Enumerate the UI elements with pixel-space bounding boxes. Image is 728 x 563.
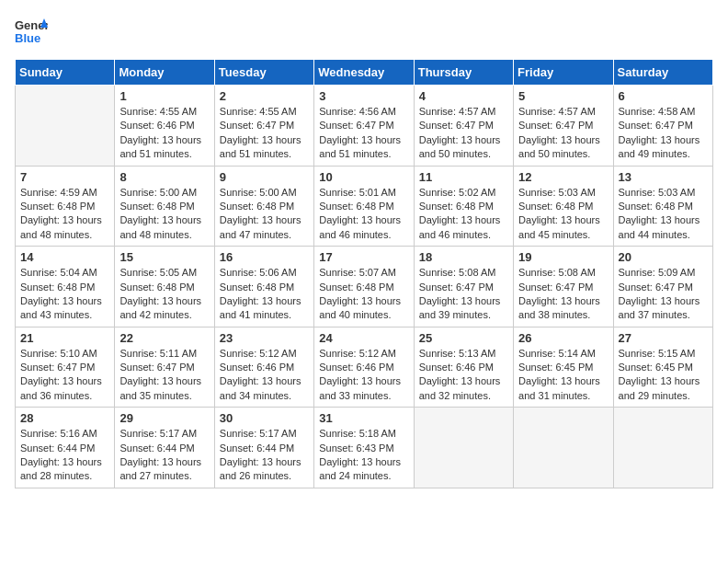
day-detail: Sunrise: 5:17 AM Sunset: 6:44 PM Dayligh… xyxy=(220,427,309,484)
day-number: 17 xyxy=(319,250,408,264)
day-detail: Sunrise: 5:14 AM Sunset: 6:45 PM Dayligh… xyxy=(518,347,608,404)
calendar-cell xyxy=(514,408,613,488)
calendar-cell: 14Sunrise: 5:04 AM Sunset: 6:48 PM Dayli… xyxy=(16,247,115,327)
calendar-cell: 3Sunrise: 4:56 AM Sunset: 6:47 PM Daylig… xyxy=(314,86,414,167)
day-number: 9 xyxy=(220,170,309,184)
calendar-cell: 1Sunrise: 4:55 AM Sunset: 6:46 PM Daylig… xyxy=(115,86,214,167)
day-number: 30 xyxy=(220,411,309,425)
weekday-header-friday: Friday xyxy=(514,60,613,86)
day-detail: Sunrise: 4:55 AM Sunset: 6:46 PM Dayligh… xyxy=(119,105,209,162)
calendar-cell: 19Sunrise: 5:08 AM Sunset: 6:47 PM Dayli… xyxy=(514,247,613,327)
day-detail: Sunrise: 5:00 AM Sunset: 6:48 PM Dayligh… xyxy=(119,186,209,243)
day-detail: Sunrise: 5:17 AM Sunset: 6:44 PM Dayligh… xyxy=(119,427,209,484)
weekday-header-wednesday: Wednesday xyxy=(314,60,414,86)
day-detail: Sunrise: 4:57 AM Sunset: 6:47 PM Dayligh… xyxy=(419,105,508,162)
day-number: 27 xyxy=(619,331,708,345)
day-number: 8 xyxy=(119,170,209,184)
weekday-header-row: SundayMondayTuesdayWednesdayThursdayFrid… xyxy=(16,60,713,86)
logo-svg: General Blue xyxy=(15,15,48,48)
day-detail: Sunrise: 5:07 AM Sunset: 6:48 PM Dayligh… xyxy=(319,266,408,323)
day-number: 14 xyxy=(20,250,109,264)
day-number: 7 xyxy=(20,170,109,184)
calendar-week-row: 21Sunrise: 5:10 AM Sunset: 6:47 PM Dayli… xyxy=(16,327,713,408)
day-number: 23 xyxy=(220,331,309,345)
calendar-cell: 18Sunrise: 5:08 AM Sunset: 6:47 PM Dayli… xyxy=(414,247,513,327)
day-number: 3 xyxy=(319,89,408,103)
calendar-cell: 10Sunrise: 5:01 AM Sunset: 6:48 PM Dayli… xyxy=(314,166,414,247)
header: General Blue xyxy=(15,15,713,48)
weekday-header-saturday: Saturday xyxy=(613,60,712,86)
calendar-week-row: 14Sunrise: 5:04 AM Sunset: 6:48 PM Dayli… xyxy=(16,247,713,327)
calendar-cell: 26Sunrise: 5:14 AM Sunset: 6:45 PM Dayli… xyxy=(514,327,613,408)
day-number: 6 xyxy=(619,89,708,103)
day-number: 28 xyxy=(20,411,109,425)
calendar-cell xyxy=(16,86,115,167)
weekday-header-monday: Monday xyxy=(115,60,214,86)
calendar-cell: 16Sunrise: 5:06 AM Sunset: 6:48 PM Dayli… xyxy=(214,247,313,327)
day-detail: Sunrise: 5:05 AM Sunset: 6:48 PM Dayligh… xyxy=(119,266,209,323)
day-detail: Sunrise: 5:13 AM Sunset: 6:46 PM Dayligh… xyxy=(419,347,508,404)
calendar-week-row: 7Sunrise: 4:59 AM Sunset: 6:48 PM Daylig… xyxy=(16,166,713,247)
day-number: 5 xyxy=(518,89,608,103)
weekday-header-thursday: Thursday xyxy=(414,60,513,86)
calendar-cell: 13Sunrise: 5:03 AM Sunset: 6:48 PM Dayli… xyxy=(613,166,712,247)
day-number: 24 xyxy=(319,331,408,345)
calendar-cell: 5Sunrise: 4:57 AM Sunset: 6:47 PM Daylig… xyxy=(514,86,613,167)
day-detail: Sunrise: 5:10 AM Sunset: 6:47 PM Dayligh… xyxy=(20,347,109,404)
day-detail: Sunrise: 5:02 AM Sunset: 6:48 PM Dayligh… xyxy=(419,186,508,243)
day-number: 16 xyxy=(220,250,309,264)
day-number: 31 xyxy=(319,411,408,425)
day-number: 25 xyxy=(419,331,508,345)
day-number: 29 xyxy=(119,411,209,425)
day-number: 21 xyxy=(20,331,109,345)
day-detail: Sunrise: 4:59 AM Sunset: 6:48 PM Dayligh… xyxy=(20,186,109,243)
calendar-week-row: 1Sunrise: 4:55 AM Sunset: 6:46 PM Daylig… xyxy=(16,86,713,167)
calendar-cell: 24Sunrise: 5:12 AM Sunset: 6:46 PM Dayli… xyxy=(314,327,414,408)
calendar-cell: 20Sunrise: 5:09 AM Sunset: 6:47 PM Dayli… xyxy=(613,247,712,327)
day-detail: Sunrise: 5:01 AM Sunset: 6:48 PM Dayligh… xyxy=(319,186,408,243)
day-number: 15 xyxy=(119,250,209,264)
day-number: 4 xyxy=(419,89,508,103)
calendar-cell xyxy=(613,408,712,488)
calendar-cell: 29Sunrise: 5:17 AM Sunset: 6:44 PM Dayli… xyxy=(115,408,214,488)
day-detail: Sunrise: 5:08 AM Sunset: 6:47 PM Dayligh… xyxy=(518,266,608,323)
day-detail: Sunrise: 5:15 AM Sunset: 6:45 PM Dayligh… xyxy=(619,347,708,404)
calendar-cell: 21Sunrise: 5:10 AM Sunset: 6:47 PM Dayli… xyxy=(16,327,115,408)
calendar-cell: 7Sunrise: 4:59 AM Sunset: 6:48 PM Daylig… xyxy=(16,166,115,247)
calendar-cell: 8Sunrise: 5:00 AM Sunset: 6:48 PM Daylig… xyxy=(115,166,214,247)
day-detail: Sunrise: 5:08 AM Sunset: 6:47 PM Dayligh… xyxy=(419,266,508,323)
day-detail: Sunrise: 5:03 AM Sunset: 6:48 PM Dayligh… xyxy=(619,186,708,243)
calendar-cell xyxy=(414,408,513,488)
calendar-cell: 28Sunrise: 5:16 AM Sunset: 6:44 PM Dayli… xyxy=(16,408,115,488)
day-number: 1 xyxy=(119,89,209,103)
calendar-cell: 25Sunrise: 5:13 AM Sunset: 6:46 PM Dayli… xyxy=(414,327,513,408)
day-number: 10 xyxy=(319,170,408,184)
calendar-cell: 17Sunrise: 5:07 AM Sunset: 6:48 PM Dayli… xyxy=(314,247,414,327)
day-detail: Sunrise: 5:00 AM Sunset: 6:48 PM Dayligh… xyxy=(220,186,309,243)
day-detail: Sunrise: 5:06 AM Sunset: 6:48 PM Dayligh… xyxy=(220,266,309,323)
calendar-cell: 12Sunrise: 5:03 AM Sunset: 6:48 PM Dayli… xyxy=(514,166,613,247)
weekday-header-sunday: Sunday xyxy=(16,60,115,86)
day-detail: Sunrise: 5:04 AM Sunset: 6:48 PM Dayligh… xyxy=(20,266,109,323)
calendar-cell: 11Sunrise: 5:02 AM Sunset: 6:48 PM Dayli… xyxy=(414,166,513,247)
day-detail: Sunrise: 5:12 AM Sunset: 6:46 PM Dayligh… xyxy=(220,347,309,404)
day-number: 18 xyxy=(419,250,508,264)
day-number: 19 xyxy=(518,250,608,264)
calendar-cell: 31Sunrise: 5:18 AM Sunset: 6:43 PM Dayli… xyxy=(314,408,414,488)
calendar-cell: 2Sunrise: 4:55 AM Sunset: 6:47 PM Daylig… xyxy=(214,86,313,167)
day-detail: Sunrise: 5:16 AM Sunset: 6:44 PM Dayligh… xyxy=(20,427,109,484)
day-number: 22 xyxy=(119,331,209,345)
day-detail: Sunrise: 4:56 AM Sunset: 6:47 PM Dayligh… xyxy=(319,105,408,162)
calendar-cell: 22Sunrise: 5:11 AM Sunset: 6:47 PM Dayli… xyxy=(115,327,214,408)
calendar-week-row: 28Sunrise: 5:16 AM Sunset: 6:44 PM Dayli… xyxy=(16,408,713,488)
day-detail: Sunrise: 5:18 AM Sunset: 6:43 PM Dayligh… xyxy=(319,427,408,484)
calendar-cell: 30Sunrise: 5:17 AM Sunset: 6:44 PM Dayli… xyxy=(214,408,313,488)
calendar-cell: 4Sunrise: 4:57 AM Sunset: 6:47 PM Daylig… xyxy=(414,86,513,167)
day-number: 2 xyxy=(220,89,309,103)
day-detail: Sunrise: 5:09 AM Sunset: 6:47 PM Dayligh… xyxy=(619,266,708,323)
day-detail: Sunrise: 4:57 AM Sunset: 6:47 PM Dayligh… xyxy=(518,105,608,162)
svg-text:Blue: Blue xyxy=(15,31,40,45)
day-detail: Sunrise: 4:58 AM Sunset: 6:47 PM Dayligh… xyxy=(619,105,708,162)
calendar-cell: 15Sunrise: 5:05 AM Sunset: 6:48 PM Dayli… xyxy=(115,247,214,327)
day-detail: Sunrise: 5:12 AM Sunset: 6:46 PM Dayligh… xyxy=(319,347,408,404)
